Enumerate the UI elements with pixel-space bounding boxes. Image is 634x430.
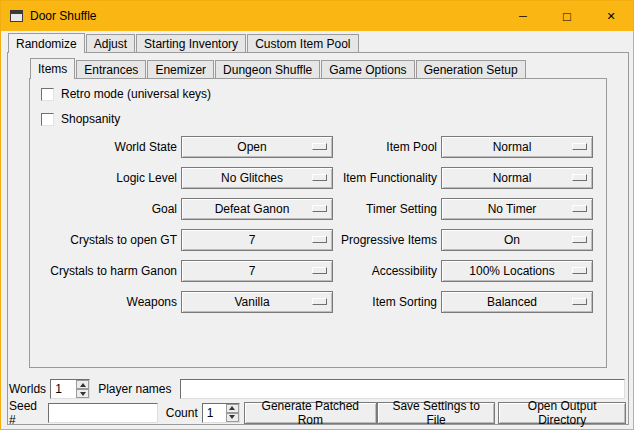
dropdown-indicator-icon: [572, 174, 587, 181]
dropdown-indicator-icon: [312, 236, 327, 243]
dropdown-value: No Glitches: [221, 171, 293, 185]
player-names-input[interactable]: [180, 379, 626, 399]
options-row: Crystals to open GT 7 Progressive Items …: [37, 224, 593, 255]
worlds-spinbox[interactable]: [50, 379, 90, 399]
shopsanity-checkbox[interactable]: [41, 113, 54, 126]
worlds-label: Worlds: [9, 382, 46, 396]
dropdown-value: Normal: [493, 140, 542, 154]
tab-generation-setup[interactable]: Generation Setup: [416, 60, 526, 78]
dropdown-value: 100% Locations: [469, 264, 564, 278]
dropdown-value: 7: [249, 233, 266, 247]
tab-randomize[interactable]: Randomize: [8, 33, 85, 53]
dropdown-value: On: [504, 233, 530, 247]
item-pool-label: Item Pool: [337, 140, 437, 154]
tab-items[interactable]: Items: [30, 58, 75, 79]
options-row: World State Open Item Pool Normal: [37, 131, 593, 162]
dropdown-value: No Timer: [488, 202, 547, 216]
dropdown-indicator-icon: [312, 143, 327, 150]
tab-dungeon-shuffle[interactable]: Dungeon Shuffle: [215, 60, 320, 78]
seed-input[interactable]: [48, 403, 158, 423]
crystals-ganon-dropdown[interactable]: 7: [181, 260, 333, 282]
app-window: Door Shuffle ─ □ ✕ Randomize Adjust Star…: [0, 0, 634, 430]
timer-setting-dropdown[interactable]: No Timer: [441, 198, 593, 220]
item-sorting-dropdown[interactable]: Balanced: [441, 291, 593, 313]
tab-starting-inventory[interactable]: Starting Inventory: [136, 34, 246, 52]
options-row: Crystals to harm Ganon 7 Accessibility 1…: [37, 255, 593, 286]
dropdown-indicator-icon: [572, 143, 587, 150]
player-names-label: Player names: [98, 382, 171, 396]
dropdown-indicator-icon: [312, 298, 327, 305]
window-title: Door Shuffle: [30, 9, 97, 23]
retro-mode-row[interactable]: Retro mode (universal keys): [41, 87, 211, 101]
generate-patched-rom-button[interactable]: Generate Patched Rom: [244, 402, 377, 424]
spin-down-icon[interactable]: [76, 389, 89, 398]
options-grid: World State Open Item Pool Normal Logic …: [37, 131, 593, 317]
timer-setting-label: Timer Setting: [337, 202, 437, 216]
logic-level-dropdown[interactable]: No Glitches: [181, 167, 333, 189]
dropdown-indicator-icon: [312, 174, 327, 181]
spin-up-icon[interactable]: [76, 380, 89, 389]
seed-label: Seed #: [9, 399, 44, 427]
weapons-dropdown[interactable]: Vanilla: [181, 291, 333, 313]
dropdown-value: 7: [249, 264, 266, 278]
crystals-gt-label: Crystals to open GT: [37, 233, 177, 247]
spinner-arrows: [226, 404, 239, 422]
goal-label: Goal: [37, 202, 177, 216]
accessibility-label: Accessibility: [337, 264, 437, 278]
options-row: Goal Defeat Ganon Timer Setting No Timer: [37, 193, 593, 224]
item-pool-dropdown[interactable]: Normal: [441, 136, 593, 158]
app-icon: [10, 10, 23, 22]
close-icon[interactable]: ✕: [589, 1, 633, 31]
item-sorting-label: Item Sorting: [337, 295, 437, 309]
save-settings-button[interactable]: Save Settings to File: [377, 402, 496, 424]
spin-down-icon[interactable]: [226, 413, 239, 422]
dropdown-indicator-icon: [572, 267, 587, 274]
tab-game-options[interactable]: Game Options: [321, 60, 414, 78]
dropdown-value: Open: [237, 140, 276, 154]
shopsanity-row[interactable]: Shopsanity: [41, 112, 120, 126]
dropdown-indicator-icon: [572, 236, 587, 243]
tab-custom-item-pool[interactable]: Custom Item Pool: [247, 34, 358, 52]
count-input[interactable]: [203, 404, 226, 422]
minimize-icon[interactable]: ─: [501, 1, 545, 31]
dropdown-value: Defeat Ganon: [215, 202, 300, 216]
worlds-input[interactable]: [51, 380, 76, 398]
spinner-arrows: [76, 380, 89, 398]
retro-mode-checkbox[interactable]: [41, 88, 54, 101]
titlebar[interactable]: Door Shuffle ─ □ ✕: [1, 1, 633, 31]
main-tab-bar: Randomize Adjust Starting Inventory Cust…: [8, 33, 360, 53]
worlds-row: Worlds Player names: [9, 378, 625, 400]
tab-adjust[interactable]: Adjust: [86, 34, 135, 52]
options-row: Weapons Vanilla Item Sorting Balanced: [37, 286, 593, 317]
dropdown-value: Normal: [493, 171, 542, 185]
tab-entrances[interactable]: Entrances: [76, 60, 146, 78]
accessibility-dropdown[interactable]: 100% Locations: [441, 260, 593, 282]
spin-up-icon[interactable]: [226, 404, 239, 413]
maximize-icon[interactable]: □: [545, 1, 589, 31]
dropdown-value: Vanilla: [234, 295, 279, 309]
dropdown-indicator-icon: [312, 205, 327, 212]
item-functionality-dropdown[interactable]: Normal: [441, 167, 593, 189]
count-label: Count: [166, 406, 198, 420]
world-state-dropdown[interactable]: Open: [181, 136, 333, 158]
window-controls: ─ □ ✕: [501, 1, 633, 31]
open-output-directory-button[interactable]: Open Output Directory: [498, 402, 626, 424]
dropdown-indicator-icon: [572, 205, 587, 212]
world-state-label: World State: [37, 140, 177, 154]
crystals-ganon-label: Crystals to harm Ganon: [37, 264, 177, 278]
item-functionality-label: Item Functionality: [337, 171, 437, 185]
progressive-items-label: Progressive Items: [337, 233, 437, 247]
dropdown-value: Balanced: [487, 295, 547, 309]
weapons-label: Weapons: [37, 295, 177, 309]
options-row: Logic Level No Glitches Item Functionali…: [37, 162, 593, 193]
progressive-items-dropdown[interactable]: On: [441, 229, 593, 251]
sub-tab-bar: Items Entrances Enemizer Dungeon Shuffle…: [30, 58, 527, 79]
dropdown-indicator-icon: [312, 267, 327, 274]
logic-level-label: Logic Level: [37, 171, 177, 185]
count-spinbox[interactable]: [202, 403, 240, 423]
tab-enemizer[interactable]: Enemizer: [147, 60, 214, 78]
retro-mode-label: Retro mode (universal keys): [61, 87, 211, 101]
goal-dropdown[interactable]: Defeat Ganon: [181, 198, 333, 220]
crystals-gt-dropdown[interactable]: 7: [181, 229, 333, 251]
dropdown-indicator-icon: [572, 298, 587, 305]
